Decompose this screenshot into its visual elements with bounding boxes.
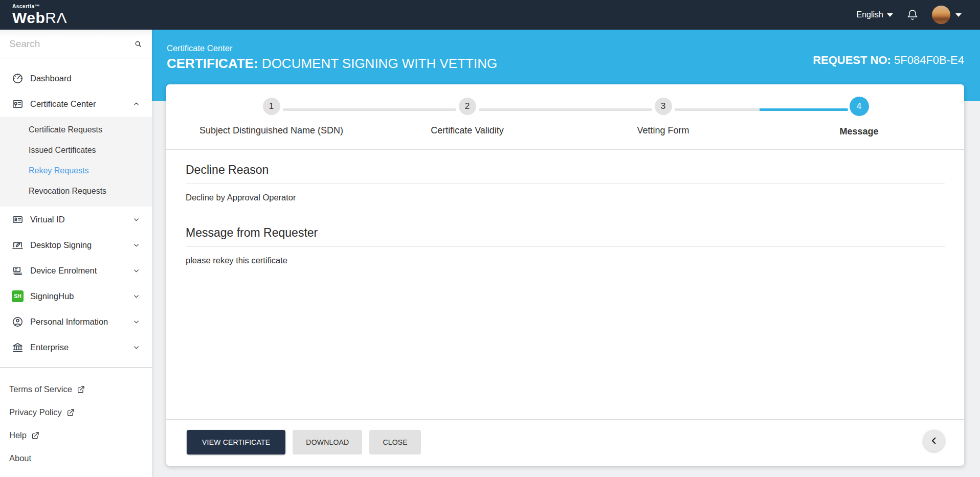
chevron-down-icon [887, 13, 893, 17]
chevron-down-icon [133, 242, 140, 248]
collapse-panel-button[interactable] [923, 430, 945, 451]
person-circle-icon [12, 316, 24, 328]
sidebar-item-label: Enterprise [30, 343, 133, 352]
footer-link-label: Terms of Service [9, 384, 72, 394]
requester-message-text: please rekey this certificate [186, 256, 945, 265]
step-2-certificate-validity[interactable]: 2 Certificate Validity [369, 98, 565, 137]
view-certificate-button[interactable]: VIEW CERTIFICATE [187, 430, 285, 455]
language-label: English [857, 10, 883, 19]
about-link[interactable]: About [0, 447, 152, 470]
step-label: Vetting Form [637, 125, 689, 136]
help-link[interactable]: Help [0, 424, 152, 447]
footer-link-label: Help [9, 430, 27, 440]
dashboard-gauge-icon [12, 73, 24, 84]
signinghub-icon: SH [12, 290, 24, 302]
sidebar-item-label: Virtual ID [30, 215, 133, 224]
step-label: Subject Distinguished Name (SDN) [199, 125, 343, 136]
main-content: Certificate Center CERTIFICATE: DOCUMENT… [152, 30, 980, 477]
step-label: Certificate Validity [431, 125, 504, 136]
divider [186, 184, 945, 184]
sidebar-item-enterprise[interactable]: Enterprise [0, 334, 152, 360]
step-label: Message [839, 126, 878, 137]
request-number: REQUEST NO: 5F084F0B-E4 [813, 54, 964, 72]
decline-reason-text: Decline by Approval Operator [186, 193, 945, 202]
chevron-down-icon [133, 293, 140, 300]
chevron-up-icon [133, 101, 140, 107]
desktop-pen-icon [12, 239, 24, 251]
external-link-icon [77, 385, 85, 394]
wizard-stepper: 1 Subject Distinguished Name (SDN) 2 Cer… [166, 84, 964, 150]
card-footer: VIEW CERTIFICATE DOWNLOAD CLOSE [166, 419, 964, 466]
sidebar-item-device-enrolment[interactable]: Device Enrolment [0, 258, 152, 283]
chevron-down-icon [955, 13, 962, 17]
chevron-down-icon [133, 344, 140, 351]
sidebar-subitem-rekey-requests[interactable]: Rekey Requests [0, 161, 152, 181]
id-card-icon [12, 214, 24, 225]
section-heading: Message from Requester [186, 226, 945, 240]
sidebar-item-label: SigningHub [30, 291, 133, 301]
chevron-left-icon [929, 436, 939, 445]
brand-ascertia-label: Ascertia™ [12, 4, 67, 9]
sidebar-item-label: Certificate Center [30, 99, 133, 109]
step-circle: 4 [850, 97, 869, 116]
brand-webra-label: WebRΛ [12, 9, 67, 26]
sidebar-item-virtual-id[interactable]: Virtual ID [0, 207, 152, 232]
certificate-center-submenu: Certificate Requests Issued Certificates… [0, 117, 152, 207]
step-circle: 3 [655, 98, 672, 115]
sidebar-item-signinghub[interactable]: SH SigningHub [0, 283, 152, 309]
search-icon[interactable] [135, 39, 142, 49]
divider [186, 246, 945, 247]
decline-reason-section: Decline Reason Decline by Approval Opera… [186, 163, 945, 202]
certificate-card: 1 Subject Distinguished Name (SDN) 2 Cer… [166, 84, 964, 466]
external-link-icon [66, 408, 75, 417]
chevron-down-icon [133, 267, 140, 274]
sidebar-subitem-revocation-requests[interactable]: Revocation Requests [0, 181, 152, 201]
privacy-policy-link[interactable]: Privacy Policy [0, 401, 152, 424]
step-1-sdn[interactable]: 1 Subject Distinguished Name (SDN) [173, 98, 369, 137]
message-from-requester-section: Message from Requester please rekey this… [186, 226, 945, 265]
sidebar-subitem-certificate-requests[interactable]: Certificate Requests [0, 120, 152, 140]
sidebar-item-label: Desktop Signing [30, 240, 133, 250]
chevron-down-icon [133, 319, 140, 325]
sidebar-item-desktop-signing[interactable]: Desktop Signing [0, 232, 152, 258]
terms-of-service-link[interactable]: Terms of Service [0, 378, 152, 401]
app-logo: Ascertia™ WebRΛ [0, 4, 67, 26]
step-circle: 1 [263, 98, 280, 115]
step-circle: 2 [459, 98, 476, 115]
topbar: Ascertia™ WebRΛ English [0, 0, 980, 30]
breadcrumb: Certificate Center [167, 43, 497, 53]
search-input[interactable] [9, 38, 135, 50]
language-selector[interactable]: English [857, 10, 893, 19]
step-4-message[interactable]: 4 Message [761, 98, 957, 137]
external-link-icon [31, 431, 39, 440]
sidebar-item-label: Personal Information [30, 317, 133, 327]
device-icon [12, 265, 24, 277]
chevron-down-icon [133, 216, 140, 223]
footer-link-label: Privacy Policy [9, 407, 62, 417]
avatar [932, 6, 950, 24]
certificate-icon [12, 98, 24, 110]
sidebar-item-dashboard[interactable]: Dashboard [0, 65, 152, 91]
download-button[interactable]: DOWNLOAD [293, 430, 362, 455]
sidebar-item-label: Device Enrolment [30, 266, 133, 276]
notifications-bell-icon[interactable] [906, 9, 919, 21]
user-menu[interactable] [932, 6, 962, 24]
sidebar-item-personal-information[interactable]: Personal Information [0, 309, 152, 334]
sidebar-search [0, 30, 152, 58]
page-title: CERTIFICATE: DOCUMENT SIGNING WITH VETTI… [167, 56, 497, 72]
sidebar: Dashboard Certificate Center Certificate… [0, 30, 152, 477]
bank-icon [12, 342, 24, 353]
section-heading: Decline Reason [186, 163, 945, 177]
footer-link-label: About [9, 453, 31, 463]
sidebar-subitem-issued-certificates[interactable]: Issued Certificates [0, 140, 152, 161]
sidebar-item-label: Dashboard [30, 74, 140, 83]
close-button[interactable]: CLOSE [369, 430, 420, 455]
step-3-vetting-form[interactable]: 3 Vetting Form [565, 98, 761, 137]
sidebar-item-certificate-center[interactable]: Certificate Center [0, 91, 152, 117]
